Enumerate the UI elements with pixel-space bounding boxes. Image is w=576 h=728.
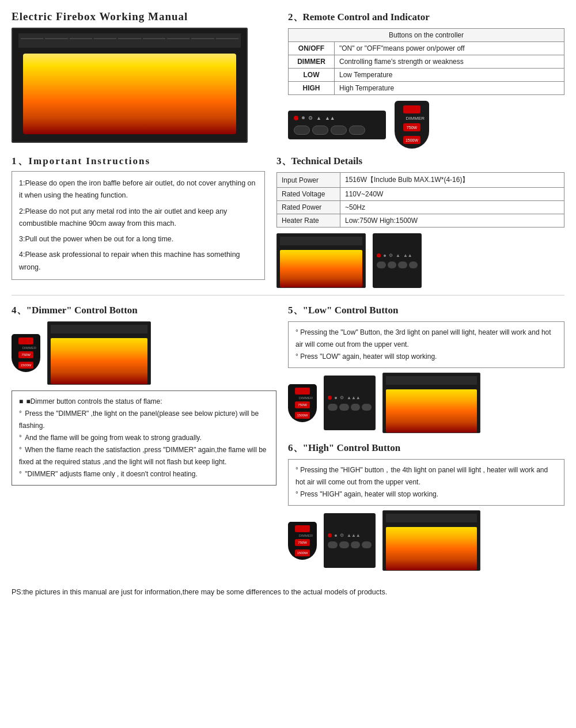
mid-section: 1、Important Instructions 1:Please do ope… xyxy=(12,154,564,288)
sp-btn-4 xyxy=(409,261,418,268)
s6-dimmer-remote: DIMMER 750W 1500W xyxy=(288,522,317,560)
gear-icon: ⚙ xyxy=(308,115,313,121)
s6-firebox xyxy=(382,510,480,571)
table-row: LOW Low Temperature xyxy=(289,69,564,82)
dimmer-point-3: "DIMMER" adjusts flame only , it doesn't… xyxy=(19,468,269,480)
s5-sp-row: ⚙ ▲▲▲ xyxy=(328,395,372,400)
button-name-1: DIMMER xyxy=(289,55,335,69)
s6-btn-4 xyxy=(362,541,372,548)
main-firebox-image xyxy=(12,28,248,143)
s6-dr-btn-top xyxy=(295,525,310,532)
panel-btn-4 xyxy=(349,126,365,135)
s5-flame-icon: ▲▲▲ xyxy=(347,395,361,400)
s6-btns xyxy=(328,541,372,548)
section5-title: 5、"Low" Control Button xyxy=(288,304,564,317)
s5-panel-mockup: ⚙ ▲▲▲ xyxy=(324,376,376,430)
section2-title: 2、Remote Control and Indicator xyxy=(288,10,564,24)
s6-gear-icon: ⚙ xyxy=(340,533,344,538)
flame-icon-2: ▲▲ xyxy=(325,115,335,121)
s6-vent xyxy=(386,514,477,522)
section-4-panel: 4、"Dimmer" Control Botton DIMMER 750W 15… xyxy=(12,304,276,577)
instruction-2: 2:Please do not put any metal rod into t… xyxy=(19,206,257,230)
section6-point-1: Press "HIGH" again, heater will stop wor… xyxy=(295,488,557,500)
s6-btn-3 xyxy=(351,541,361,548)
left-top-panel: Electric Firebox Working Manual xyxy=(12,10,276,149)
dimmer-btn-750: 750W xyxy=(403,123,420,131)
section3-title: 3、Technical Details xyxy=(276,154,564,168)
tech-images: ⚙ ▲ ▲▲ xyxy=(276,233,564,288)
dimmer-btn-top xyxy=(403,105,420,113)
s5-dr-btn-top xyxy=(295,388,310,395)
dimmer-label-main: DIMMER xyxy=(406,116,426,121)
table-row: Input Power 1516W【Include Bulb MAX.1W*(4… xyxy=(277,173,564,188)
table-row: Rated Power ~50Hz xyxy=(277,201,564,214)
sp-btn-2 xyxy=(388,261,397,268)
tech-panel-mockup: ⚙ ▲ ▲▲ xyxy=(373,233,422,288)
small-flame xyxy=(280,250,362,287)
section6-point-0: Pressing the "HIGH" button，the 4th light… xyxy=(295,464,557,488)
s5-dr-1500: 1500W xyxy=(295,412,310,419)
section-1-panel: 1、Important Instructions 1:Please do ope… xyxy=(12,154,265,288)
footer-note: PS:the pictures in this manual are just … xyxy=(12,585,564,596)
section4-images: DIMMER 750W 1500W xyxy=(12,321,276,385)
dimmer-btn-1500: 1500W xyxy=(403,136,420,144)
flame-icon: ▲ xyxy=(316,115,321,121)
sp-flame-icon: ▲ xyxy=(396,253,400,258)
table-row: Rated Voltage 110V~240W xyxy=(277,188,564,201)
spec-value-1: 110V~240W xyxy=(340,188,564,201)
section6-images: DIMMER 750W 1500W ⚙ ▲▲▲ xyxy=(288,510,564,571)
s6-dr-1500: 1500W xyxy=(295,549,310,556)
sp-gear-icon: ⚙ xyxy=(389,253,393,258)
dimmer-info-title: ■Dimmer button controls the status of fl… xyxy=(19,396,269,408)
button-name-0: ON/OFF xyxy=(289,42,335,55)
button-desc-3: High Temperature xyxy=(335,82,564,95)
s5-vent xyxy=(386,376,477,385)
table-row: DIMMER Controlling flame's strength or w… xyxy=(289,55,564,69)
section6-box: Pressing the "HIGH" button，the 4th light… xyxy=(288,459,564,506)
s4-vent xyxy=(51,325,147,333)
section-divider xyxy=(12,295,564,295)
bottom-section: 4、"Dimmer" Control Botton DIMMER 750W 15… xyxy=(12,304,564,577)
instruction-1: 1:Please do open the iron baffle before … xyxy=(19,177,257,202)
s6-dot-sm xyxy=(335,534,337,537)
tech-firebox-image xyxy=(276,233,366,288)
dimmer-point-1: And the flame will be going from weak to… xyxy=(19,432,269,444)
sp-buttons xyxy=(377,261,418,268)
s4-flame xyxy=(51,338,147,384)
s5-dimmer-remote: DIMMER 750W 1500W xyxy=(288,384,317,422)
dr-btn-top xyxy=(18,338,33,344)
dimmer-point-0: Press the "DIMMER" ,the light on the pan… xyxy=(19,408,269,432)
section5-point-0: Pressing the "Low" Button, the 3rd light… xyxy=(295,327,557,351)
section4-title: 4、"Dimmer" Control Botton xyxy=(12,304,276,317)
table-row: Heater Rate Low:750W High:1500W xyxy=(277,214,564,227)
s5-flame xyxy=(386,389,477,433)
main-title: Electric Firebox Working Manual xyxy=(12,10,276,23)
sp-row-1: ⚙ ▲ ▲▲ xyxy=(377,253,418,258)
section6-list: Pressing the "HIGH" button，the 4th light… xyxy=(295,464,557,500)
section4-firebox xyxy=(47,321,151,385)
dr-btn-1500: 1500W xyxy=(18,362,33,369)
s6-flame xyxy=(386,527,477,570)
spec-label-0: Input Power xyxy=(277,173,340,188)
panel-dot-small xyxy=(302,116,305,119)
section-56-panel: 5、"Low" Control Button Pressing the "Low… xyxy=(288,304,564,577)
s6-sp-row: ⚙ ▲▲▲ xyxy=(328,533,372,538)
spec-value-0: 1516W【Include Bulb MAX.1W*(4-16)】 xyxy=(340,173,564,188)
button-desc-1: Controlling flame's strength or weakness xyxy=(335,55,564,69)
flame-area xyxy=(23,54,236,134)
section5-images: DIMMER 750W 1500W ⚙ ▲▲▲ xyxy=(288,373,564,433)
dimmer-points-list: Press the "DIMMER" ,the light on the pan… xyxy=(19,408,269,480)
s5-btn-2 xyxy=(339,404,349,411)
spec-value-2: ~50Hz xyxy=(340,201,564,214)
panel-row-1: ⚙ ▲ ▲▲ xyxy=(294,115,380,121)
panel-btn-3 xyxy=(331,126,347,135)
instruction-3: 3:Pull out the power when be out for a l… xyxy=(19,233,257,245)
s6-dot xyxy=(328,533,332,537)
dimmer-remote-small: DIMMER 750W 1500W xyxy=(12,334,40,372)
sp-dot-red xyxy=(377,253,381,257)
dr-btn-750: 750W xyxy=(18,351,33,358)
button-name-3: HIGH xyxy=(289,82,335,95)
section5-list: Pressing the "Low" Button, the 3rd light… xyxy=(295,327,557,363)
section6-title: 6、"High" Control Button xyxy=(288,441,564,454)
s5-btn-4 xyxy=(362,404,372,411)
